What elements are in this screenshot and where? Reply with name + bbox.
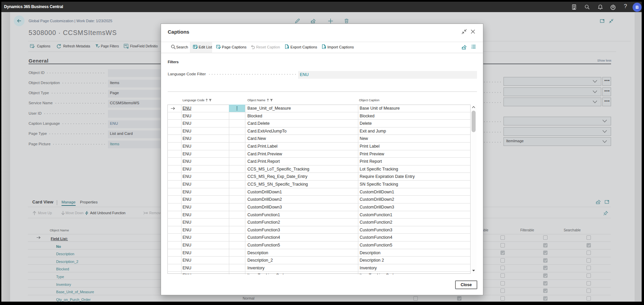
svg-text:AB: AB <box>125 44 127 46</box>
